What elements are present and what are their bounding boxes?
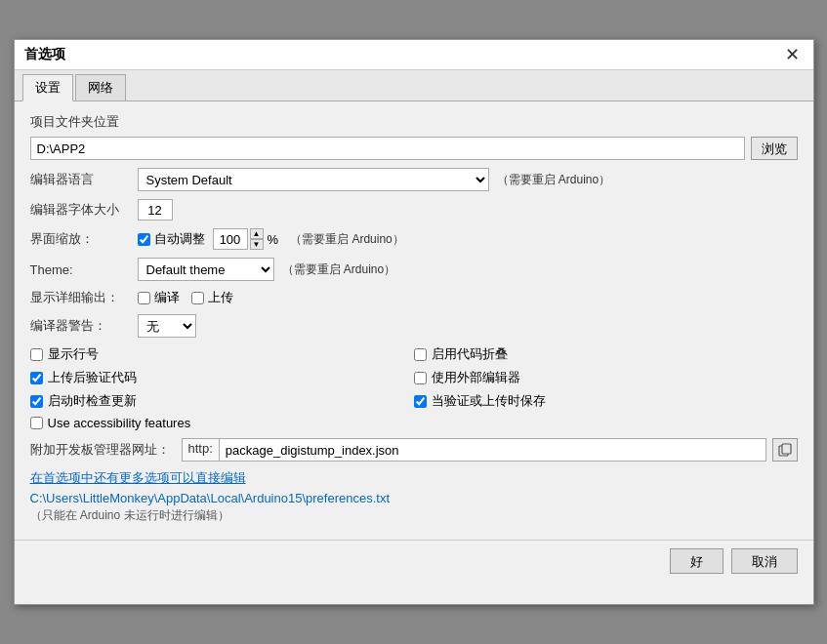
dialog-title: 首选项 (24, 46, 65, 63)
verbose-upload-label[interactable]: 上传 (191, 289, 233, 306)
zoom-auto-checkbox[interactable] (138, 233, 150, 246)
compiler-warn-select[interactable]: 无 (138, 314, 196, 338)
editor-lang-label: 编辑器语言 (30, 171, 138, 188)
url-input[interactable] (220, 438, 766, 462)
show-line-label: 显示行号 (48, 345, 99, 363)
close-button[interactable]: ✕ (781, 46, 804, 63)
verbose-compile-checkbox[interactable] (138, 292, 150, 304)
theme-label: Theme: (30, 262, 138, 277)
zoom-value-input[interactable] (213, 228, 248, 250)
zoom-auto-label[interactable]: 自动调整 (138, 230, 205, 248)
zoom-down-btn[interactable]: ▼ (250, 239, 264, 250)
verify-after-checkbox[interactable] (30, 372, 43, 384)
compiler-warn-label: 编译器警告： (30, 317, 138, 335)
browse-button[interactable]: 浏览 (751, 137, 798, 160)
info-link[interactable]: 在首选项中还有更多选项可以直接编辑 (30, 469, 798, 487)
zoom-label: 界面缩放： (30, 230, 138, 248)
cancel-button[interactable]: 取消 (731, 548, 798, 574)
theme-hint: （需要重启 Arduino） (282, 262, 396, 278)
svg-rect-1 (782, 444, 791, 454)
save-on-verify-row: 当验证或上传时保存 (414, 392, 798, 410)
enable-folding-row: 启用代码折叠 (414, 345, 798, 363)
zoom-spinner: ▲ ▼ (250, 228, 264, 250)
bottom-bar: 好 取消 (15, 540, 813, 582)
edit-hint: （只能在 Arduino 未运行时进行编辑） (30, 507, 798, 524)
tab-bar: 设置 网络 (15, 70, 813, 101)
use-external-label: 使用外部编辑器 (432, 369, 520, 386)
font-size-input[interactable] (138, 199, 173, 221)
verbose-label: 显示详细输出： (30, 289, 138, 306)
verbose-compile-label[interactable]: 编译 (138, 289, 180, 306)
font-size-row: 编辑器字体大小 (30, 199, 798, 221)
zoom-hint: （需要重启 Arduino） (290, 231, 404, 248)
zoom-up-btn[interactable]: ▲ (250, 228, 264, 239)
tab-network[interactable]: 网络 (75, 74, 126, 101)
compiler-warn-row: 编译器警告： 无 (30, 314, 798, 338)
verify-after-label: 上传后验证代码 (48, 369, 137, 386)
accessibility-label: Use accessibility features (48, 416, 191, 430)
enable-folding-label: 启用代码折叠 (432, 345, 508, 363)
check-updates-checkbox[interactable] (30, 395, 43, 408)
check-updates-row: 启动时检查更新 (30, 392, 414, 410)
verbose-row: 显示详细输出： 编译 上传 (30, 289, 798, 306)
verify-after-row: 上传后验证代码 (30, 369, 414, 386)
verbose-upload-checkbox[interactable] (191, 292, 204, 304)
save-on-verify-checkbox[interactable] (414, 395, 427, 408)
url-row: 附加开发板管理器网址： http: (30, 438, 798, 462)
editor-lang-row: 编辑器语言 System Default （需要重启 Arduino） (30, 168, 798, 191)
checkbox-grid: 显示行号 启用代码折叠 上传后验证代码 使用外部编辑器 启动时检查更新 当验证或… (30, 345, 798, 430)
zoom-percent: % (268, 232, 279, 247)
use-external-row: 使用外部编辑器 (414, 369, 798, 386)
accessibility-checkbox[interactable] (30, 417, 43, 429)
url-icon-button[interactable] (772, 438, 798, 462)
show-line-checkbox[interactable] (30, 348, 43, 361)
accessibility-row: Use accessibility features (30, 416, 414, 430)
settings-content: 项目文件夹位置 浏览 编辑器语言 System Default （需要重启 Ar… (15, 101, 813, 536)
tab-settings[interactable]: 设置 (22, 74, 73, 101)
editor-lang-select[interactable]: System Default (138, 168, 489, 191)
title-bar: 首选项 ✕ (15, 40, 813, 70)
project-folder-row: 浏览 (30, 137, 798, 160)
editor-lang-hint: （需要重启 Arduino） (497, 172, 611, 188)
project-folder-input[interactable] (30, 137, 745, 160)
theme-select[interactable]: Default theme (138, 258, 274, 281)
copy-icon (778, 443, 792, 457)
font-size-label: 编辑器字体大小 (30, 201, 138, 219)
zoom-row: 界面缩放： 自动调整 ▲ ▼ % （需要重启 Arduino） (30, 228, 798, 250)
save-on-verify-label: 当验证或上传时保存 (432, 392, 546, 410)
ok-button[interactable]: 好 (670, 548, 724, 574)
url-label: 附加开发板管理器网址： (30, 441, 182, 459)
project-folder-label: 项目文件夹位置 (30, 113, 798, 131)
check-updates-label: 启动时检查更新 (48, 392, 137, 410)
theme-row: Theme: Default theme （需要重启 Arduino） (30, 258, 798, 281)
enable-folding-checkbox[interactable] (414, 348, 427, 361)
use-external-checkbox[interactable] (414, 372, 427, 384)
preferences-dialog: 首选项 ✕ 设置 网络 项目文件夹位置 浏览 编辑器语言 System Defa… (14, 39, 814, 605)
file-path: C:\Users\LittleMonkey\AppData\Local\Ardu… (30, 491, 798, 505)
url-prefix: http: (182, 438, 220, 462)
show-line-row: 显示行号 (30, 345, 414, 363)
